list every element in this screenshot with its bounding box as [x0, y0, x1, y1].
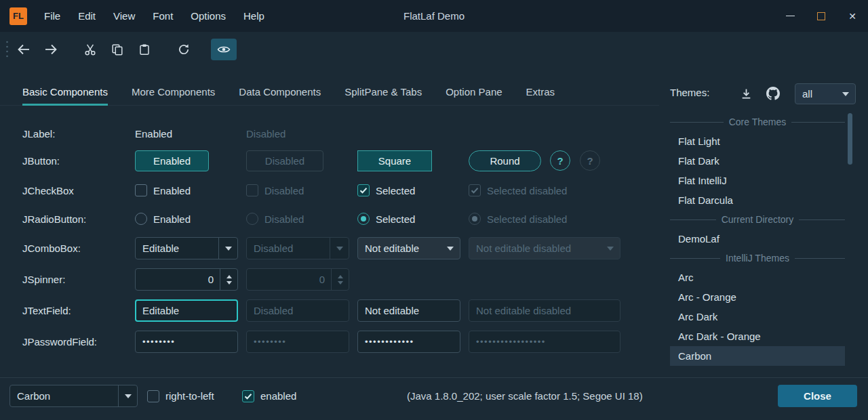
menu-font[interactable]: Font — [144, 0, 182, 32]
radio-disabled-label: Disabled — [264, 213, 304, 225]
chevron-down-icon[interactable] — [218, 238, 237, 259]
jbutton-help[interactable]: ? — [550, 150, 570, 171]
chevron-up-icon[interactable] — [226, 275, 232, 278]
radio-disabled: Disabled — [246, 213, 304, 225]
combobox-not-editable[interactable]: Not editable — [357, 237, 460, 259]
chevron-down-icon — [836, 84, 855, 104]
close-button[interactable]: Close — [778, 385, 857, 407]
chevron-down-icon[interactable] — [118, 385, 137, 406]
paste-button[interactable] — [132, 39, 157, 60]
enabled-checkbox-label: enabled — [260, 390, 296, 402]
copy-icon — [111, 43, 123, 56]
theme-item-carbon[interactable]: Carbon — [670, 346, 845, 366]
tab-extras[interactable]: Extras — [526, 80, 555, 106]
combobox-not-editable-disabled: Not editable disabled — [469, 237, 620, 259]
combobox-editable[interactable]: Editable — [135, 237, 238, 259]
show-toggle-button[interactable] — [211, 39, 237, 60]
tab-more-components[interactable]: More Components — [132, 80, 215, 106]
spinner-arrows — [331, 269, 349, 290]
checkbox-enabled-label: Enabled — [153, 185, 191, 196]
passwordfield-not-editable[interactable]: •••••••••••• — [357, 331, 460, 353]
textfield-not-editable[interactable]: Not editable — [357, 299, 460, 322]
theme-item-arc-dark[interactable]: Arc Dark — [670, 307, 845, 327]
title-bar: FL File Edit View Font Options Help Flat… — [0, 0, 868, 32]
checkbox-disabled: Disabled — [246, 184, 304, 196]
minimize-button[interactable] — [774, 0, 806, 32]
theme-list-scrollbar[interactable] — [848, 113, 852, 365]
forward-button[interactable] — [39, 39, 63, 60]
jbutton-row: JButton: Enabled Disabled Square Round ?… — [0, 150, 659, 171]
scrollbar-thumb[interactable] — [848, 113, 852, 165]
statusbar-theme-combobox[interactable]: Carbon — [9, 385, 138, 407]
radio-enabled[interactable]: Enabled — [135, 213, 191, 225]
menu-options[interactable]: Options — [182, 0, 235, 32]
checkbox-checked-icon — [357, 184, 370, 196]
theme-item-arc[interactable]: Arc — [670, 268, 845, 287]
theme-item-flat-light[interactable]: Flat Light — [670, 131, 845, 151]
theme-filter-combobox[interactable]: all — [795, 83, 856, 104]
theme-item-arc-dark-orange[interactable]: Arc Dark - Orange — [670, 327, 845, 346]
passwordfield-not-editable-disabled: ••••••••••••••••• — [469, 331, 620, 353]
row-label-jspinner: JSpinner: — [22, 268, 65, 291]
combobox-not-editable-disabled-value: Not editable disabled — [469, 243, 601, 254]
checkbox-selected[interactable]: Selected — [357, 184, 415, 196]
theme-item-arc-orange[interactable]: Arc - Orange — [670, 287, 845, 307]
download-theme-button[interactable] — [735, 84, 757, 103]
tab-splitpane-tabs[interactable]: SplitPane & Tabs — [344, 80, 422, 106]
theme-item-flat-darcula[interactable]: Flat Darcula — [670, 190, 845, 210]
checkbox-disabled-label: Disabled — [264, 185, 304, 196]
checkbox-box-icon — [147, 390, 159, 402]
back-button[interactable] — [12, 39, 36, 60]
textfield-editable[interactable]: Editable — [135, 299, 238, 322]
menu-view[interactable]: View — [104, 0, 144, 32]
checkbox-enabled[interactable]: Enabled — [135, 184, 191, 196]
spinner-enabled[interactable]: 0 — [135, 268, 238, 291]
minimize-icon — [786, 16, 795, 16]
close-icon: ✕ — [848, 11, 856, 22]
menu-file[interactable]: File — [35, 0, 69, 32]
theme-item-demolaf[interactable]: DemoLaf — [670, 229, 845, 249]
close-window-button[interactable]: ✕ — [837, 0, 868, 32]
passwordfield-enabled[interactable]: •••••••• — [135, 331, 238, 353]
textfield-not-editable-disabled-value: Not editable disabled — [476, 305, 571, 316]
tab-data-components[interactable]: Data Components — [239, 80, 321, 106]
status-bar: Carbon right-to-left enabled (Java 1.8.0… — [0, 378, 868, 420]
maximize-button[interactable] — [806, 0, 837, 32]
textfield-editable-value: Editable — [142, 305, 179, 316]
chevron-down-icon — [601, 238, 620, 259]
github-button[interactable] — [762, 84, 784, 103]
row-label-jbutton: JButton: — [22, 150, 60, 171]
menu-edit[interactable]: Edit — [69, 0, 104, 32]
menu-help[interactable]: Help — [235, 0, 273, 32]
theme-separator-current-directory: Current Directory — [670, 210, 845, 229]
copy-button[interactable] — [105, 39, 130, 60]
jbutton-enabled[interactable]: Enabled — [135, 150, 209, 171]
theme-item-flat-dark[interactable]: Flat Dark — [670, 151, 845, 171]
jlabel-row: JLabel: Enabled Disabled — [0, 125, 659, 142]
toolbar — [0, 32, 868, 67]
chevron-down-icon[interactable] — [226, 281, 232, 285]
jcheckbox-row: JCheckBox Enabled Disabled Selected Sele… — [0, 181, 659, 200]
toolbar-grip-handle[interactable] — [5, 40, 9, 59]
tab-option-pane[interactable]: Option Pane — [446, 80, 502, 106]
radio-selected[interactable]: Selected — [357, 213, 415, 225]
radio-enabled-label: Enabled — [153, 213, 191, 225]
theme-filter-value: all — [795, 88, 836, 100]
jbutton-square[interactable]: Square — [357, 150, 432, 171]
jbutton-round[interactable]: Round — [469, 150, 541, 171]
chevron-down-icon[interactable] — [441, 238, 460, 259]
tab-basic-components[interactable]: Basic Components — [22, 80, 108, 106]
refresh-button[interactable] — [172, 39, 196, 60]
rtl-checkbox[interactable]: right-to-left — [147, 385, 214, 407]
paste-clipboard-icon — [138, 43, 151, 56]
spinner-arrows[interactable] — [220, 269, 237, 290]
cut-button[interactable] — [78, 39, 102, 60]
jtextfield-row: JTextField: Editable Disabled Not editab… — [0, 299, 659, 322]
jradiobutton-row: JRadioButton: Enabled Disabled Selected … — [0, 209, 659, 228]
tab-strip: Basic Components More Components Data Co… — [0, 80, 659, 106]
radio-selected-icon — [357, 213, 370, 225]
theme-item-flat-intellij[interactable]: Flat IntelliJ — [670, 171, 845, 190]
enabled-checkbox[interactable]: enabled — [242, 385, 296, 407]
row-label-jcombobox: JComboBox: — [22, 237, 81, 259]
statusbar-info-text: (Java 1.8.0_202; user scale factor 1.5; … — [407, 385, 643, 407]
